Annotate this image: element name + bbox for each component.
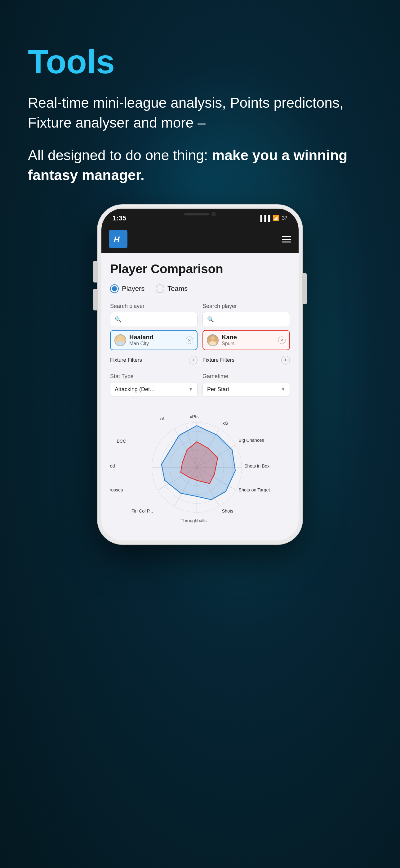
status-bar: 1:35 ▐▐▐ 📶 37 [101,209,299,226]
app-navbar: H [101,226,299,253]
chip-close-kane[interactable]: ✕ [278,337,286,344]
radar-label-shots: Shots [222,508,233,514]
player-avatar-kane [207,334,219,346]
page-title: Player Comparison [110,262,290,276]
notch-camera [211,212,216,216]
app-content: Player Comparison Players Teams Sear [101,253,299,540]
fixture-filter-btn-2[interactable]: + [281,356,290,365]
chip-close-haaland[interactable]: ✕ [186,337,193,344]
svg-point-7 [210,336,215,340]
gametime-label: Gametime [202,373,290,380]
radar-label-bcc: BCC [116,439,126,444]
svg-point-4 [118,336,123,340]
fixture-filter-btn-1[interactable]: + [189,356,198,365]
search-icon-1: 🔍 [115,316,122,323]
radar-label-fin: Fin Col P... [131,508,153,514]
hero-title: Tools [28,43,372,81]
player-chip-haaland: Haaland Man City ✕ [110,330,198,350]
options-row: Stat Type Attacking (Det... ▼ Gametime P… [110,373,290,397]
radar-chart-svg: xPts xG Big Chances Shots in Box Shots o… [110,404,290,534]
search-row: Search player 🔍 [110,303,290,350]
search-col-2: Search player 🔍 [202,303,290,350]
battery-icon: 37 [282,215,288,221]
radio-teams[interactable]: Teams [156,284,188,293]
hamburger-line-1 [282,236,291,237]
hero-description: Real-time mini-league analysis, Points p… [28,93,372,133]
player-haaland-info: Haaland Man City [129,334,154,346]
hero-tagline: All designed to do one thing: make you a… [28,145,372,185]
radar-label-throughballs: Throughballs [180,518,206,523]
fixture-filter-row: Fixture Filters + Fixture Filters + [110,356,290,365]
player-kane-info: Kane Spurs [222,334,237,346]
radar-label-shotsinbox: Shots in Box [244,464,270,468]
player-avatar-haaland [114,334,126,346]
radio-players-label: Players [122,285,144,293]
hamburger-line-3 [282,242,291,243]
phone-mockup: 1:35 ▐▐▐ 📶 37 H [98,205,302,544]
radio-players[interactable]: Players [110,284,144,293]
player-haaland-team: Man City [129,341,154,346]
search-input-1[interactable]: 🔍 [110,312,198,327]
svg-point-3 [116,341,124,346]
radio-teams-circle [156,284,164,293]
radar-label-shotsontarget: Shots on Target [238,488,270,493]
fixture-filter-label-1: Fixture Filters [110,357,142,363]
gametime-select[interactable]: Per Start ▼ [202,382,290,397]
stat-type-label: Stat Type [110,373,198,380]
radar-label-xpts: xPts [190,414,198,419]
player-chip-kane: Kane Spurs ✕ [202,330,290,350]
radar-label-xg: xG [223,421,229,426]
radar-label-crosses: Crosses [110,488,123,493]
hamburger-line-2 [282,239,291,240]
hamburger-menu[interactable] [282,236,291,243]
svg-text:H: H [114,235,120,244]
stat-type-select[interactable]: Attacking (Det... ▼ [110,382,198,397]
radar-label-bigchances: Big Chances [238,438,264,443]
search-label-1: Search player [110,303,198,310]
radar-label-chancescreated: Chances Created [110,464,115,468]
app-logo: H [109,230,128,248]
options-col-gametime: Gametime Per Start ▼ [202,373,290,397]
search-col-1: Search player 🔍 [110,303,198,350]
radio-group: Players Teams [110,284,290,293]
stat-type-value: Attacking (Det... [115,386,155,393]
player-kane-team: Spurs [222,341,237,346]
phone-screen: 1:35 ▐▐▐ 📶 37 H [101,209,299,540]
fixture-filter-label-2: Fixture Filters [202,357,234,363]
radio-teams-label: Teams [167,285,188,293]
svg-point-6 [209,341,216,346]
signal-icon: ▐▐▐ [258,215,270,222]
search-label-2: Search player [202,303,290,310]
radar-label-xa: xA [159,416,165,421]
notch-speaker [184,213,209,215]
status-icons: ▐▐▐ 📶 37 [258,215,288,222]
player-chip-haaland-left: Haaland Man City [114,334,154,346]
stat-type-chevron: ▼ [189,387,193,392]
options-col-stat: Stat Type Attacking (Det... ▼ [110,373,198,397]
fixture-filter-2: Fixture Filters + [202,356,290,365]
search-input-2[interactable]: 🔍 [202,312,290,327]
phone-outer-frame: 1:35 ▐▐▐ 📶 37 H [98,205,302,544]
wifi-icon: 📶 [272,215,279,222]
radar-grid [152,423,242,513]
gametime-value: Per Start [207,386,229,393]
radar-chart-container: xPts xG Big Chances Shots in Box Shots o… [110,404,290,534]
search-icon-2: 🔍 [207,316,214,323]
hero-section: Tools Real-time mini-league analysis, Po… [28,43,372,185]
gametime-chevron: ▼ [281,387,285,392]
radio-players-circle [110,284,119,293]
player-haaland-name: Haaland [129,334,154,341]
player-chip-kane-left: Kane Spurs [207,334,237,346]
hero-tagline-prefix: All designed to do one thing: [28,147,212,163]
status-time: 1:35 [112,214,126,222]
player-kane-name: Kane [222,334,237,341]
fixture-filter-1: Fixture Filters + [110,356,198,365]
notch [169,209,231,220]
